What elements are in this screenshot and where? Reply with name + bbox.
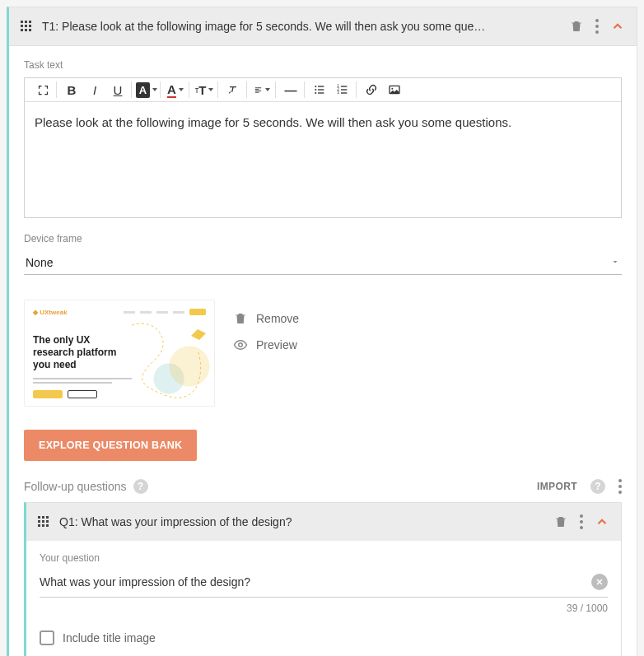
question-panel-header: Q1: What was your impression of the desi…: [26, 503, 621, 541]
collapse-icon[interactable]: [595, 514, 609, 529]
remove-label: Remove: [256, 312, 299, 325]
device-frame-select[interactable]: None: [24, 251, 622, 275]
device-frame-value: None: [26, 256, 53, 269]
svg-rect-9: [341, 86, 347, 86]
followup-label: Follow-up questions: [24, 480, 127, 493]
import-button[interactable]: IMPORT: [537, 481, 577, 492]
svg-point-2: [315, 92, 316, 94]
svg-point-13: [391, 88, 393, 90]
ordered-list-icon[interactable]: 123: [334, 81, 351, 98]
kebab-menu-icon[interactable]: [595, 19, 599, 34]
device-frame-field: Device frame None: [24, 233, 622, 275]
drag-handle-icon[interactable]: [38, 516, 49, 528]
textcolor-button[interactable]: A: [167, 81, 184, 98]
task-panel-header: T1: Please look at the following image f…: [9, 7, 637, 46]
task-title: T1: Please look at the following image f…: [42, 20, 569, 33]
underline-button[interactable]: U: [110, 81, 126, 98]
question-input-row: [40, 570, 608, 598]
question-title: Q1: What was your impression of the desi…: [59, 515, 553, 528]
thumbnail-actions: Remove Preview: [233, 300, 299, 352]
collapse-icon[interactable]: [610, 19, 625, 34]
svg-rect-5: [318, 92, 324, 93]
include-title-image-row: Include title image: [40, 630, 608, 645]
device-frame-label: Device frame: [24, 233, 622, 244]
svg-point-0: [315, 86, 316, 87]
followup-header-row: Follow-up questions ? IMPORT ?: [24, 479, 622, 494]
thumb-swirl-decoration: [124, 317, 214, 407]
remove-image-button[interactable]: Remove: [233, 311, 299, 326]
thumb-nav: [124, 309, 206, 315]
fullscreen-icon[interactable]: [35, 81, 51, 98]
preview-image-button[interactable]: Preview: [233, 337, 299, 352]
task-panel-body: Task text B I U A A: [9, 46, 637, 656]
clear-format-icon[interactable]: [225, 81, 241, 98]
editor-toolbar: B I U A A тT: [25, 78, 621, 102]
link-icon[interactable]: [363, 81, 380, 98]
help-icon-2[interactable]: ?: [590, 479, 605, 494]
dropdown-caret-icon: [610, 256, 620, 269]
svg-rect-3: [318, 86, 324, 86]
char-counter: 39 / 1000: [40, 602, 608, 614]
svg-point-1: [315, 89, 316, 91]
your-question-label: Your question: [40, 552, 608, 564]
question-panel-body: Your question 39 / 1000 Include title im…: [26, 541, 621, 656]
drag-handle-icon[interactable]: [21, 21, 32, 32]
italic-button[interactable]: I: [86, 81, 103, 98]
task-panel: T1: Please look at the following image f…: [7, 7, 637, 656]
help-icon[interactable]: ?: [133, 479, 148, 494]
task-text-label: Task text: [24, 59, 622, 71]
svg-text:3: 3: [337, 91, 339, 95]
image-icon[interactable]: [386, 81, 403, 98]
bold-button[interactable]: B: [63, 81, 80, 98]
include-title-image-label: Include title image: [63, 631, 156, 644]
task-image-thumbnail[interactable]: ◆ UXtweak The only UX research platform …: [24, 300, 215, 407]
trash-icon[interactable]: [569, 19, 584, 34]
svg-rect-11: [341, 92, 347, 93]
rich-text-editor: B I U A A тT: [24, 77, 622, 218]
include-title-image-checkbox[interactable]: [40, 630, 54, 645]
hr-button[interactable]: —: [282, 81, 299, 98]
image-preview-row: ◆ UXtweak The only UX research platform …: [24, 300, 622, 407]
bullet-list-icon[interactable]: [311, 81, 328, 98]
clear-input-icon[interactable]: [591, 574, 608, 590]
svg-rect-10: [341, 89, 347, 90]
kebab-menu-icon[interactable]: [580, 514, 583, 529]
svg-point-15: [239, 343, 243, 347]
fontsize-button[interactable]: тT: [196, 81, 212, 98]
explore-question-bank-button[interactable]: EXPLORE QUESTION BANK: [24, 430, 197, 461]
preview-label: Preview: [256, 338, 297, 351]
bgcolor-button[interactable]: A: [138, 81, 155, 98]
align-button[interactable]: [254, 81, 270, 98]
svg-marker-14: [191, 329, 206, 340]
question-panel: Q1: What was your impression of the desi…: [24, 502, 622, 656]
kebab-menu-icon-2[interactable]: [618, 479, 622, 494]
editor-content[interactable]: Please look at the following image for 5…: [25, 102, 621, 217]
svg-rect-4: [318, 89, 324, 90]
question-input[interactable]: [40, 570, 591, 593]
trash-icon[interactable]: [553, 514, 568, 529]
